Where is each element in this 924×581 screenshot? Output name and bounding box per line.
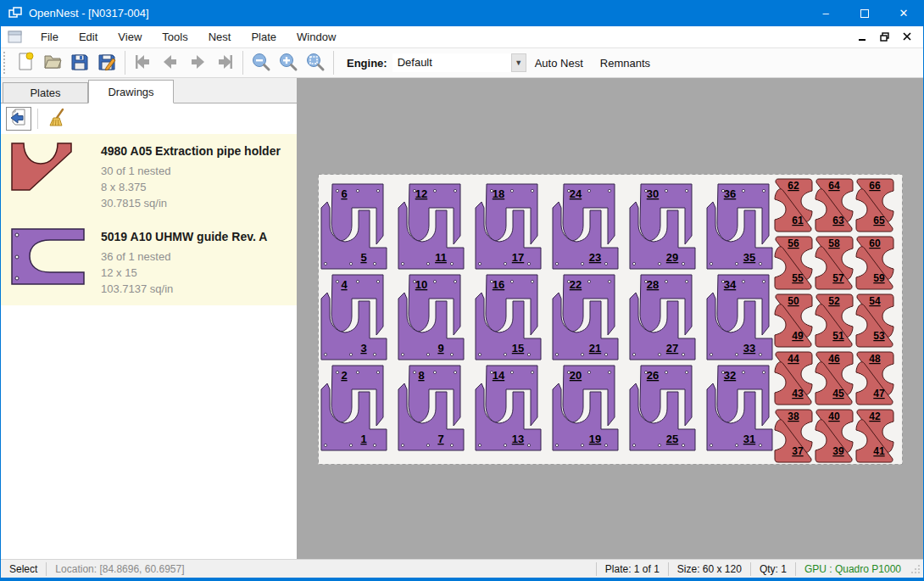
drill-hole bbox=[665, 189, 667, 192]
part-number-label: 25 bbox=[666, 433, 678, 445]
menu-view[interactable]: View bbox=[108, 26, 152, 48]
zoom-in-button[interactable] bbox=[275, 50, 302, 75]
part-number-label: 24 bbox=[570, 187, 582, 200]
toolbar-drag-handle[interactable] bbox=[3, 52, 8, 74]
document-window-icon[interactable] bbox=[8, 31, 22, 43]
part-number-label: 27 bbox=[666, 342, 678, 355]
part-number-label: 11 bbox=[435, 251, 447, 264]
clear-broom-button[interactable] bbox=[44, 107, 70, 131]
part-number-label: 15 bbox=[512, 342, 524, 355]
maximize-button[interactable] bbox=[845, 0, 884, 26]
menu-edit[interactable]: Edit bbox=[69, 26, 108, 48]
nest-canvas[interactable]: 6512111817242330293635431091615222128273… bbox=[297, 78, 923, 559]
drill-hole bbox=[324, 444, 326, 446]
remnants-button[interactable]: Remnants bbox=[592, 57, 659, 70]
main-toolbar: Engine: Default ▼ Auto Nest Remnants bbox=[1, 48, 923, 78]
mdi-close-icon[interactable] bbox=[898, 29, 916, 46]
drawing-nested-count: 36 of 1 nested bbox=[101, 249, 267, 265]
drill-hole bbox=[531, 189, 533, 192]
drill-hole bbox=[608, 280, 610, 282]
new-button[interactable] bbox=[12, 50, 39, 75]
save-button[interactable] bbox=[66, 50, 93, 75]
status-qty: Qty: 1 bbox=[751, 563, 795, 575]
import-back-button[interactable] bbox=[6, 107, 31, 131]
chevron-down-icon[interactable]: ▼ bbox=[511, 53, 526, 72]
part-number-label: 10 bbox=[415, 278, 427, 291]
drill-hole bbox=[401, 262, 404, 265]
part-number-label: 63 bbox=[832, 215, 844, 226]
nav-first-button[interactable] bbox=[130, 50, 157, 75]
part-number-label: 17 bbox=[512, 251, 524, 264]
drill-hole bbox=[682, 444, 684, 446]
menu-plate[interactable]: Plate bbox=[241, 26, 287, 48]
drill-hole bbox=[665, 371, 667, 373]
resize-grip[interactable] bbox=[910, 563, 921, 575]
drill-hole bbox=[658, 353, 660, 355]
drill-hole bbox=[762, 189, 765, 192]
part-number-label: 34 bbox=[724, 278, 737, 291]
engine-value[interactable]: Default bbox=[392, 53, 511, 72]
close-button[interactable]: ✕ bbox=[884, 0, 923, 26]
zoom-out-button[interactable] bbox=[248, 50, 275, 75]
drill-hole bbox=[336, 189, 338, 192]
part-number-label: 5 bbox=[360, 251, 366, 264]
engine-combobox[interactable]: Default ▼ bbox=[392, 53, 526, 72]
drill-hole bbox=[658, 262, 660, 265]
drill-hole bbox=[450, 353, 453, 355]
part-number-label: 32 bbox=[724, 369, 736, 382]
nav-last-button[interactable] bbox=[211, 50, 238, 75]
menu-nest[interactable]: Nest bbox=[198, 26, 242, 48]
part-number-label: 23 bbox=[589, 251, 601, 264]
toolbar-separator bbox=[37, 109, 38, 129]
drawing-name: 5019 A10 UHMW guide Rev. A bbox=[101, 230, 267, 243]
drill-hole bbox=[665, 280, 667, 282]
menu-tools[interactable]: Tools bbox=[152, 26, 198, 48]
drawing-item[interactable]: 4980 A05 Extraction pipe holder 30 of 1 … bbox=[1, 134, 297, 220]
save-as-button[interactable] bbox=[93, 50, 120, 75]
mdi-minimize-icon[interactable] bbox=[854, 29, 872, 46]
part-number-label: 22 bbox=[570, 278, 582, 291]
auto-nest-button[interactable]: Auto Nest bbox=[526, 57, 592, 70]
drill-hole bbox=[336, 371, 338, 373]
part-number-label: 26 bbox=[647, 369, 659, 382]
panel-tabs: PlatesDrawings bbox=[1, 78, 297, 103]
tab-plates[interactable]: Plates bbox=[3, 82, 88, 103]
drawing-item[interactable]: 5019 A10 UHMW guide Rev. A 36 of 1 neste… bbox=[1, 220, 297, 305]
menu-window[interactable]: Window bbox=[287, 26, 346, 48]
new-icon bbox=[15, 52, 36, 75]
drill-hole bbox=[608, 189, 610, 192]
open-button[interactable] bbox=[39, 50, 66, 75]
part-number-label: 58 bbox=[828, 237, 840, 249]
zoom-fit-button[interactable] bbox=[302, 50, 329, 75]
drill-hole bbox=[759, 444, 761, 446]
drill-hole bbox=[531, 280, 533, 282]
nav-last-icon bbox=[214, 52, 235, 75]
save-as-icon bbox=[97, 52, 117, 75]
drill-hole bbox=[478, 444, 481, 446]
drill-hole bbox=[531, 371, 533, 373]
drill-hole bbox=[450, 444, 453, 446]
drill-hole bbox=[450, 262, 453, 265]
drill-hole bbox=[510, 280, 513, 282]
drill-hole bbox=[710, 353, 712, 355]
part-number-label: 31 bbox=[743, 433, 755, 445]
mdi-restore-icon[interactable] bbox=[876, 29, 894, 46]
drill-hole bbox=[555, 444, 558, 446]
part-number-label: 66 bbox=[869, 180, 881, 192]
plate-sheet[interactable]: 6512111817242330293635431091615222128273… bbox=[318, 174, 903, 465]
drill-hole bbox=[433, 189, 436, 192]
drawing-name: 4980 A05 Extraction pipe holder bbox=[101, 144, 281, 158]
drill-hole bbox=[581, 262, 583, 265]
part-number-label: 55 bbox=[792, 272, 804, 284]
clear-broom-icon bbox=[47, 108, 67, 131]
part-number-label: 41 bbox=[873, 445, 885, 457]
nav-next-button[interactable] bbox=[184, 50, 211, 75]
menu-file[interactable]: File bbox=[31, 26, 69, 48]
part-number-label: 49 bbox=[792, 330, 804, 342]
minimize-button[interactable]: – bbox=[806, 0, 845, 26]
drill-hole bbox=[555, 353, 558, 355]
drill-hole bbox=[608, 371, 610, 373]
part-number-label: 9 bbox=[437, 342, 443, 355]
nav-prev-button[interactable] bbox=[157, 50, 184, 75]
tab-drawings[interactable]: Drawings bbox=[88, 80, 174, 103]
